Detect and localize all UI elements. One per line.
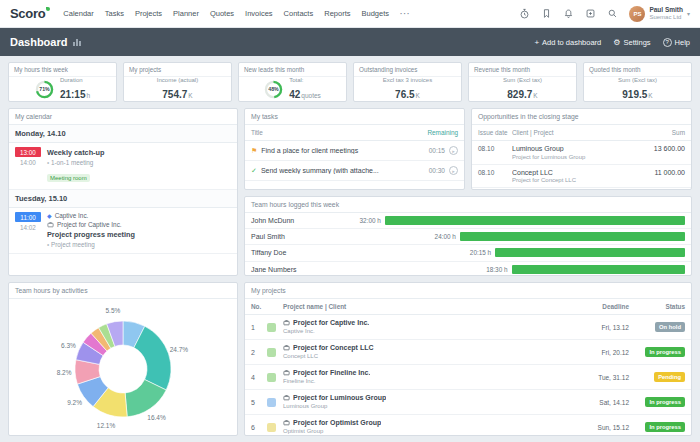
column-remaining[interactable]: Remaining — [427, 129, 458, 136]
briefcase-icon — [283, 394, 290, 401]
my-tasks-panel: My tasks Title Remaining ⚑ Find a place … — [244, 108, 465, 190]
kpi-outstanding-invoices[interactable]: Outstanding invoices Excl tax 3 invoices… — [353, 62, 462, 102]
project-row[interactable]: 6 Project for Optimist Group Optimist Gr… — [245, 415, 691, 436]
bookmarks-button[interactable] — [539, 7, 553, 21]
add-to-dashboard-button[interactable]: + Add to dashboard — [534, 38, 601, 47]
column-deadline[interactable]: Deadline — [574, 303, 629, 310]
opportunity-row[interactable]: 08.10 Luminous Group Project for Luminou… — [472, 141, 691, 165]
task-title[interactable]: Send weekly summary (with attache... — [261, 167, 425, 174]
start-timer-button[interactable]: ▸ — [449, 146, 458, 155]
nav-item-calendar[interactable]: Calendar — [63, 9, 93, 18]
nav-item-projects[interactable]: Projects — [135, 9, 162, 18]
hours-label: 20:15 h — [470, 249, 491, 256]
nav-item-planner[interactable]: Planner — [173, 9, 199, 18]
project-name-link[interactable]: Project for Optimist Group — [293, 419, 381, 427]
timer-button[interactable] — [517, 7, 531, 21]
project-client: Fineline Inc. — [283, 378, 574, 385]
settings-button[interactable]: ⚙ Settings — [613, 38, 650, 47]
project-name-link[interactable]: Project for Luminous Group — [293, 394, 386, 402]
project-row[interactable]: 5 Project for Luminous Group Luminous Gr… — [245, 390, 691, 415]
nav-item-invoices[interactable]: Invoices — [245, 9, 273, 18]
help-button[interactable]: ? Help — [663, 38, 690, 47]
project-number: 5 — [251, 399, 267, 406]
user-menu[interactable]: PS Paul Smith Suemac Ltd ▾ — [629, 6, 690, 22]
meeting-room-tag: Meeting room — [47, 174, 90, 182]
start-timer-button[interactable]: ▸ — [449, 166, 458, 175]
opportunity-client[interactable]: Concept LLC — [512, 169, 635, 176]
task-row[interactable]: ✓ Send weekly summary (with attache... 0… — [245, 161, 464, 181]
kpi-revenue[interactable]: Revenue this month Sum (Excl tax) 829.7K — [468, 62, 577, 102]
column-issue-date[interactable]: Issue date — [478, 129, 512, 136]
search-icon — [607, 8, 618, 19]
bullet-icon: • — [47, 159, 49, 166]
status-badge: In progress — [645, 422, 685, 432]
donut-slice-label: 12.1% — [97, 422, 116, 429]
column-status[interactable]: Status — [629, 303, 685, 310]
team-hours-row[interactable]: Jane Numbers18:30 h — [245, 262, 691, 276]
scoro-logo[interactable]: Scoro — [10, 6, 49, 21]
project-row[interactable]: 2 Project for Concept LLC Concept LLC Fr… — [245, 340, 691, 365]
project-name-link[interactable]: Project for Captive Inc. — [293, 319, 369, 327]
quick-add-button[interactable] — [583, 7, 597, 21]
event-project: Project for Captive Inc. — [47, 221, 135, 228]
calendar-event-weekly-catchup[interactable]: 13:00 14:00 Weekly catch-up • 1-on-1 mee… — [9, 143, 237, 190]
my-projects-panel: My projects No. Project name | Client De… — [244, 282, 692, 436]
project-row[interactable]: 1 Project for Captive Inc. Captive Inc. … — [245, 315, 691, 340]
calendar-event-project-progress[interactable]: 11:00 14:02 ◆Captive Inc. Project for Ca… — [9, 208, 237, 254]
kpi-new-leads[interactable]: New leads this month 48% Total: 42quotes — [238, 62, 347, 102]
column-project-client[interactable]: Project name | Client — [283, 303, 574, 310]
column-client-project[interactable]: Client | Project — [512, 129, 635, 136]
logo-leaf-icon — [46, 7, 50, 11]
stopwatch-icon — [519, 8, 530, 19]
event-subtitle: • 1-on-1 meeting — [47, 159, 104, 166]
kpi-value: 21:15h — [60, 84, 90, 102]
tasks-table-header: Title Remaining — [245, 125, 464, 141]
kpi-title: My projects — [124, 63, 231, 77]
briefcase-icon — [283, 344, 290, 351]
nav-item-tasks[interactable]: Tasks — [105, 9, 124, 18]
opportunity-client[interactable]: Luminous Group — [512, 145, 635, 152]
team-hours-row[interactable]: Tiffany Doe20:15 h — [245, 245, 691, 261]
task-row[interactable]: ⚑ Find a place for client meetings 00:15… — [245, 141, 464, 161]
nav-more-button[interactable]: ··· — [400, 9, 411, 18]
check-icon: ✓ — [251, 167, 257, 175]
project-name-link[interactable]: Project for Fineline Inc. — [293, 369, 370, 377]
team-hours-by-activities-panel: Team hours by activities 24.7%16.4%12.1%… — [8, 282, 238, 436]
project-color-swatch — [267, 423, 276, 432]
kpi-quoted[interactable]: Quoted this month Sum (Excl tax) 919.5K — [583, 62, 692, 102]
project-row[interactable]: 4 Project for Fineline Inc. Fineline Inc… — [245, 365, 691, 390]
panel-title: Team hours by activities — [9, 283, 237, 299]
activities-donut-chart: 24.7%16.4%12.1%9.2%8.2%6.3%5.5% — [14, 300, 232, 436]
kpi-my-hours[interactable]: My hours this week 71% Duration 21:15h — [8, 62, 117, 102]
dashboard-chart-icon[interactable] — [73, 39, 81, 46]
kpi-my-projects-income[interactable]: My projects Income (actual) 754.7K — [123, 62, 232, 102]
kpi-label: Sum (Excl tax) — [503, 77, 542, 84]
calendar-day-monday[interactable]: Monday, 14.10 — [9, 125, 237, 143]
calendar-day-tuesday[interactable]: Tuesday, 15.10 — [9, 190, 237, 208]
event-start-time: 13:00 — [15, 147, 41, 157]
project-number: 2 — [251, 349, 267, 356]
team-hours-row[interactable]: John McDunn32:00 h — [245, 213, 691, 229]
hours-label: 24:00 h — [435, 233, 456, 240]
nav-item-contacts[interactable]: Contacts — [284, 9, 314, 18]
briefcase-icon — [283, 319, 290, 326]
opportunity-row[interactable]: 08.10 Concept LLC Project for Concept LL… — [472, 165, 691, 189]
task-title[interactable]: Find a place for client meetings — [261, 147, 424, 154]
project-name-link[interactable]: Project for Concept LLC — [293, 344, 374, 352]
team-hours-row[interactable]: Paul Smith24:00 h — [245, 229, 691, 245]
nav-item-reports[interactable]: Reports — [324, 9, 350, 18]
column-title[interactable]: Title — [251, 129, 263, 136]
column-sum[interactable]: Sum — [635, 129, 685, 136]
column-no[interactable]: No. — [251, 303, 283, 310]
project-deadline: Sat, 14.12 — [574, 399, 629, 406]
project-number: 6 — [251, 424, 267, 431]
nav-item-budgets[interactable]: Budgets — [361, 9, 389, 18]
hours-label: 18:30 h — [486, 266, 507, 273]
search-button[interactable] — [605, 7, 619, 21]
project-color-swatch — [267, 348, 276, 357]
project-deadline: Fri, 20.12 — [574, 349, 629, 356]
kpi-value: 42quotes — [289, 84, 321, 102]
notifications-button[interactable] — [561, 7, 575, 21]
nav-item-quotes[interactable]: Quotes — [210, 9, 234, 18]
hours-bar — [385, 216, 685, 225]
